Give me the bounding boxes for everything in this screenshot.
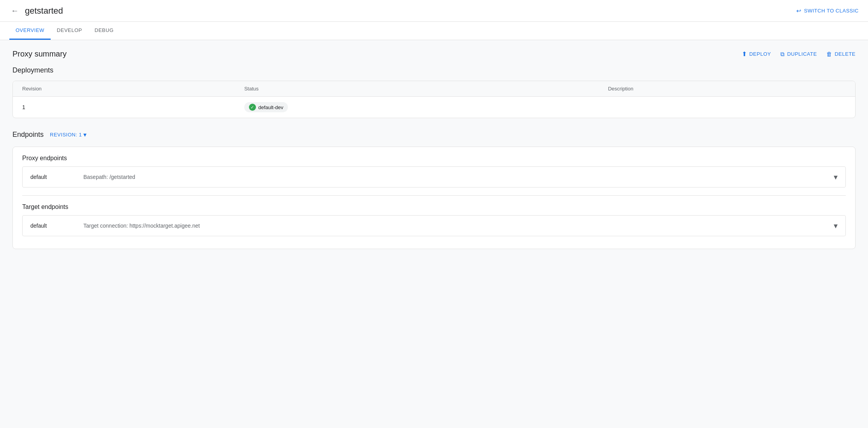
- target-endpoint-chevron-icon: ▾: [834, 221, 838, 230]
- col-description: Description: [599, 81, 855, 97]
- delete-icon: 🗑: [826, 51, 833, 57]
- target-endpoints-section: Target endpoints default Target connecti…: [13, 196, 855, 249]
- deployments-title: Deployments: [12, 66, 856, 74]
- tab-develop[interactable]: DEVELOP: [51, 22, 88, 40]
- cell-description: [599, 97, 855, 118]
- proxy-endpoint-desc: Basepath: /getstarted: [77, 174, 834, 180]
- status-label: default-dev: [258, 104, 283, 110]
- tab-debug[interactable]: DEBUG: [88, 22, 120, 40]
- revision-label: REVISION: 1: [50, 132, 82, 138]
- switch-classic-button[interactable]: ↩ SWITCH TO CLASSIC: [796, 7, 859, 14]
- proxy-summary-title: Proxy summary: [12, 50, 67, 58]
- header-left: ← getstarted: [9, 5, 63, 17]
- proxy-endpoints-section: Proxy endpoints default Basepath: /getst…: [13, 147, 855, 195]
- deploy-button[interactable]: ⬆ DEPLOY: [742, 50, 771, 58]
- proxy-endpoint-chevron-icon: ▾: [834, 172, 838, 182]
- switch-classic-label: SWITCH TO CLASSIC: [804, 8, 859, 14]
- delete-button[interactable]: 🗑 DELETE: [826, 51, 856, 57]
- tab-overview[interactable]: OVERVIEW: [9, 22, 51, 40]
- target-endpoint-desc: Target connection: https://mocktarget.ap…: [77, 223, 834, 229]
- endpoints-card: Proxy endpoints default Basepath: /getst…: [12, 147, 856, 249]
- proxy-endpoint-row[interactable]: default Basepath: /getstarted ▾: [22, 166, 846, 187]
- endpoints-header: Endpoints REVISION: 1 ▾: [12, 131, 856, 139]
- col-status: Status: [235, 81, 599, 97]
- status-check-icon: ✓: [249, 104, 256, 111]
- target-endpoint-name: default: [30, 223, 77, 229]
- table-header: Revision Status Description: [13, 81, 855, 97]
- duplicate-button[interactable]: ⧉ DUPLICATE: [780, 51, 817, 58]
- endpoints-title: Endpoints: [12, 131, 44, 139]
- status-badge: ✓ default-dev: [244, 102, 288, 112]
- col-revision: Revision: [13, 81, 235, 97]
- revision-selector[interactable]: REVISION: 1 ▾: [50, 131, 87, 138]
- target-endpoint-row[interactable]: default Target connection: https://mockt…: [22, 215, 846, 236]
- action-buttons: ⬆ DEPLOY ⧉ DUPLICATE 🗑 DELETE: [742, 50, 856, 58]
- endpoints-section: Endpoints REVISION: 1 ▾ Proxy endpoints …: [12, 131, 856, 249]
- deployments-table: Revision Status Description 1 ✓ default-…: [13, 81, 855, 118]
- proxy-endpoint-name: default: [30, 174, 77, 180]
- deployments-section: Deployments Revision Status Description …: [12, 66, 856, 118]
- delete-label: DELETE: [834, 51, 856, 57]
- proxy-endpoints-title: Proxy endpoints: [22, 155, 846, 162]
- table-row: 1 ✓ default-dev: [13, 97, 855, 118]
- switch-icon: ↩: [796, 7, 802, 14]
- tabs-bar: OVERVIEW DEVELOP DEBUG: [0, 22, 868, 40]
- cell-revision: 1: [13, 97, 235, 118]
- deploy-label: DEPLOY: [749, 51, 771, 57]
- duplicate-label: DUPLICATE: [787, 51, 817, 57]
- target-endpoints-title: Target endpoints: [22, 203, 846, 210]
- table-body: 1 ✓ default-dev: [13, 97, 855, 118]
- cell-status: ✓ default-dev: [235, 97, 599, 118]
- back-button[interactable]: ←: [9, 5, 20, 17]
- proxy-summary-header: Proxy summary ⬆ DEPLOY ⧉ DUPLICATE 🗑 DEL…: [12, 50, 856, 58]
- deployments-card: Revision Status Description 1 ✓ default-…: [12, 81, 856, 118]
- duplicate-icon: ⧉: [780, 51, 785, 58]
- main-content: Proxy summary ⬆ DEPLOY ⧉ DUPLICATE 🗑 DEL…: [0, 40, 868, 421]
- deploy-icon: ⬆: [742, 50, 747, 58]
- chevron-down-icon: ▾: [83, 131, 87, 138]
- header: ← getstarted ↩ SWITCH TO CLASSIC: [0, 0, 868, 22]
- page-title: getstarted: [25, 6, 63, 16]
- back-icon: ←: [11, 6, 19, 15]
